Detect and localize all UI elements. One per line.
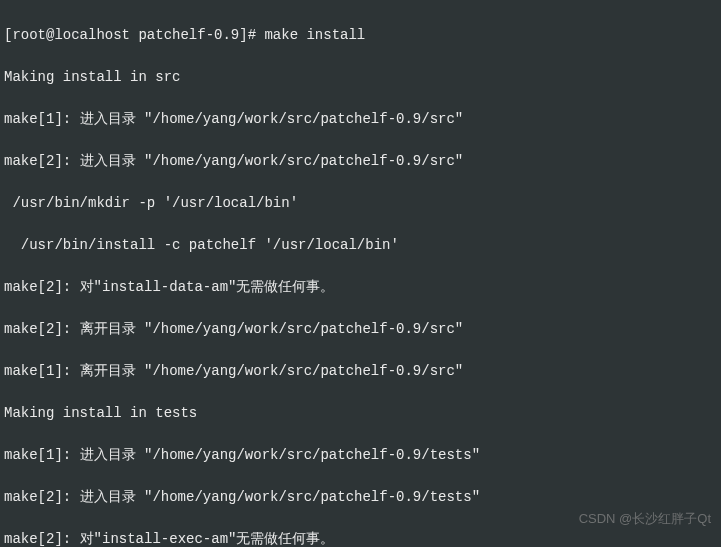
terminal-line: Making install in src	[4, 67, 717, 88]
terminal-line: /usr/bin/install -c patchelf '/usr/local…	[4, 235, 717, 256]
terminal-line: make[2]: 对"install-exec-am"无需做任何事。	[4, 529, 717, 547]
terminal-line: make[2]: 对"install-data-am"无需做任何事。	[4, 277, 717, 298]
terminal-output[interactable]: [root@localhost patchelf-0.9]# make inst…	[4, 4, 717, 547]
terminal-line: make[2]: 进入目录 "/home/yang/work/src/patch…	[4, 151, 717, 172]
terminal-line: make[1]: 进入目录 "/home/yang/work/src/patch…	[4, 445, 717, 466]
terminal-line: make[1]: 离开目录 "/home/yang/work/src/patch…	[4, 361, 717, 382]
terminal-line: make[2]: 离开目录 "/home/yang/work/src/patch…	[4, 319, 717, 340]
terminal-line: make[2]: 进入目录 "/home/yang/work/src/patch…	[4, 487, 717, 508]
terminal-line: make[1]: 进入目录 "/home/yang/work/src/patch…	[4, 109, 717, 130]
terminal-line: [root@localhost patchelf-0.9]# make inst…	[4, 25, 717, 46]
watermark-text: CSDN @长沙红胖子Qt	[579, 508, 711, 529]
terminal-line: /usr/bin/mkdir -p '/usr/local/bin'	[4, 193, 717, 214]
terminal-line: Making install in tests	[4, 403, 717, 424]
